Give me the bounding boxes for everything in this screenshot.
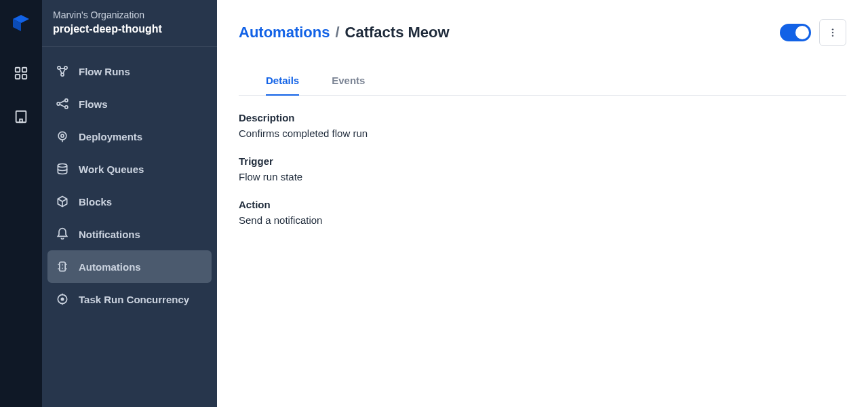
- sidebar-item-task-run-concurrency[interactable]: Task Run Concurrency: [47, 283, 212, 315]
- trigger-label: Trigger: [239, 155, 846, 167]
- more-actions-button[interactable]: [819, 19, 846, 46]
- sidebar: Marvin's Organization project-deep-thoug…: [42, 0, 217, 407]
- tabs: Details Events: [239, 68, 846, 96]
- sidebar-item-flows[interactable]: Flows: [47, 88, 212, 120]
- trigger-section: Trigger Flow run state: [239, 155, 846, 182]
- work-queues-icon: [56, 162, 69, 176]
- sidebar-item-deployments[interactable]: Deployments: [47, 120, 212, 153]
- project-name: project-deep-thought: [53, 23, 206, 35]
- nav-list: Flow Runs Flows Deployments: [42, 47, 217, 324]
- sidebar-item-flow-runs[interactable]: Flow Runs: [47, 55, 212, 88]
- trigger-value: Flow run state: [239, 171, 846, 182]
- svg-point-19: [58, 164, 66, 168]
- flows-icon: [56, 97, 69, 111]
- sidebar-item-label: Deployments: [79, 131, 142, 142]
- blocks-icon: [56, 195, 69, 208]
- svg-point-14: [65, 99, 68, 102]
- sidebar-item-notifications[interactable]: Notifications: [47, 218, 212, 250]
- svg-rect-3: [22, 75, 26, 79]
- svg-point-17: [61, 134, 64, 137]
- dashboard-icon[interactable]: [9, 61, 33, 85]
- sidebar-item-label: Work Queues: [79, 163, 144, 175]
- breadcrumb-separator: /: [335, 24, 339, 41]
- svg-point-16: [58, 132, 66, 140]
- toggle-knob: [795, 26, 809, 39]
- flow-runs-icon: [56, 64, 69, 78]
- breadcrumb-parent-link[interactable]: Automations: [239, 24, 330, 41]
- svg-point-33: [832, 35, 833, 36]
- automation-enabled-toggle[interactable]: [780, 24, 811, 41]
- main-content: Automations / Catfacts Meow Details Even…: [217, 0, 868, 407]
- svg-rect-9: [20, 119, 22, 123]
- app-logo-icon[interactable]: [9, 12, 33, 37]
- action-label: Action: [239, 199, 846, 210]
- tab-events[interactable]: Events: [332, 68, 365, 96]
- page-header: Automations / Catfacts Meow: [239, 19, 846, 46]
- description-section: Description Confirms completed flow run: [239, 112, 846, 139]
- svg-rect-2: [16, 75, 20, 79]
- deployments-icon: [56, 130, 69, 143]
- sidebar-item-automations[interactable]: Automations: [47, 250, 212, 283]
- sidebar-item-label: Flows: [79, 98, 108, 110]
- header-actions: [780, 19, 846, 46]
- description-value: Confirms completed flow run: [239, 128, 846, 139]
- automations-icon: [56, 260, 69, 273]
- notifications-icon: [56, 227, 69, 241]
- concurrency-icon: [56, 292, 69, 306]
- more-vertical-icon: [827, 27, 838, 38]
- description-label: Description: [239, 112, 846, 123]
- sidebar-item-label: Task Run Concurrency: [79, 294, 189, 305]
- breadcrumb-current: Catfacts Meow: [345, 24, 450, 41]
- svg-rect-4: [16, 111, 26, 123]
- svg-rect-20: [60, 262, 65, 271]
- breadcrumb: Automations / Catfacts Meow: [239, 24, 450, 41]
- sidebar-item-label: Notifications: [79, 229, 140, 240]
- tab-details[interactable]: Details: [266, 68, 299, 96]
- sidebar-item-label: Automations: [79, 261, 141, 273]
- action-section: Action Send a notification: [239, 199, 846, 226]
- organization-name: Marvin's Organization: [53, 9, 206, 20]
- svg-point-15: [65, 106, 68, 109]
- sidebar-item-blocks[interactable]: Blocks: [47, 185, 212, 218]
- svg-rect-0: [16, 68, 20, 72]
- svg-point-28: [61, 298, 63, 300]
- sidebar-item-label: Flow Runs: [79, 66, 130, 77]
- svg-rect-1: [22, 68, 26, 72]
- svg-point-32: [832, 32, 833, 33]
- action-value: Send a notification: [239, 214, 846, 226]
- sidebar-item-work-queues[interactable]: Work Queues: [47, 153, 212, 185]
- workspace-header[interactable]: Marvin's Organization project-deep-thoug…: [42, 0, 217, 47]
- svg-point-31: [832, 28, 833, 30]
- icon-rail: [0, 0, 42, 407]
- organization-icon[interactable]: [9, 104, 33, 129]
- sidebar-item-label: Blocks: [79, 196, 112, 208]
